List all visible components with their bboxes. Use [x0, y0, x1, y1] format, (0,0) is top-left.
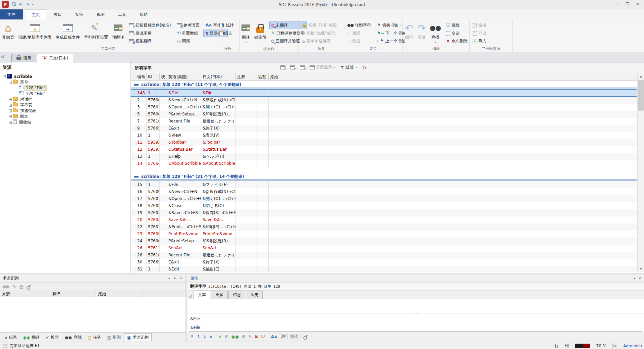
move-up-icon[interactable]: ↑	[197, 334, 200, 339]
concordance-icon[interactable]: ◉◉	[231, 334, 239, 339]
reference-language-button[interactable]: ▥ 参考语言	[175, 22, 201, 29]
table-row[interactable]: 2257607&Print...→Ctrl+P&印刷(P)...→Ctrl+P	[131, 223, 637, 231]
col-match[interactable]: 匹配	[257, 73, 269, 80]
props-close-icon[interactable]: ✕	[639, 277, 641, 280]
table-row[interactable]: 357601&Open...→Ctrl+O&開く(O)...→Ctrl+O	[131, 104, 637, 111]
target-text-editor[interactable]: &File	[189, 324, 642, 332]
term-settings-wrench-icon[interactable]	[27, 285, 31, 289]
edit-string-button[interactable]: ✎	[280, 65, 285, 69]
tree-item[interactable]: 128 "File"	[1, 85, 130, 91]
table-row[interactable]: 2357609Print·Pre&viewPrint·Pre&view	[131, 231, 637, 238]
tab-tools[interactable]: 工具	[111, 9, 133, 19]
term-col-original[interactable]: 原始	[96, 291, 143, 297]
bottom-tab-信息[interactable]: ◀信息	[1, 334, 19, 341]
col-original[interactable]: 原始	[269, 73, 375, 80]
confirm-translation-icon[interactable]: ✔	[219, 334, 222, 339]
tree-item[interactable]: -scribble	[1, 74, 130, 79]
table-row[interactable]: 1657600&New→Ctrl+N&新規作成(N)→Ctrl+N	[131, 188, 637, 195]
tab-japanese-stringlist[interactable]: 日文(日本)	[37, 54, 73, 62]
term-col-source[interactable]: 来源	[0, 291, 50, 297]
back-button[interactable]: ← 后退	[345, 30, 373, 37]
tab-view[interactable]: 视图	[90, 9, 111, 19]
table-row[interactable]: 1159392&Toolbar&Toolbar	[131, 139, 637, 146]
table-row[interactable]: 101&View&表示(V)	[131, 132, 637, 139]
open-dialog-icon[interactable]: ⊞	[225, 334, 229, 339]
tab-project-view[interactable]: 项目	[11, 54, 36, 62]
table-row[interactable]: 1957603&Save→Ctrl+S&保存(S)→Ctrl+S	[131, 209, 637, 216]
group-header[interactable]: scribble: 菜单 128 "File" (11 个字串, 4 个要翻译)	[131, 81, 637, 89]
toggle-hidden-button[interactable]: ◉ 切换“隐藏”标记	[300, 30, 338, 37]
lock-segment-button[interactable]: 锁定段	[252, 20, 268, 46]
tree-item[interactable]: +版本	[1, 114, 130, 119]
table-row[interactable]: 311&Edit&編集(E)	[131, 266, 637, 272]
tab-home[interactable]: 主页	[25, 9, 47, 19]
forward-button[interactable]: → 前进	[345, 38, 373, 45]
tree-expander-icon[interactable]: -	[9, 81, 12, 84]
pin-icon[interactable]: 🖈	[173, 277, 177, 280]
bottom-tab-翻译[interactable]: ◉◉翻译	[20, 334, 42, 341]
start-page-button[interactable]: ⌂ 开始页	[0, 20, 16, 46]
tab-help[interactable]: 帮助	[133, 9, 154, 19]
filter-button[interactable]: 过滤▾	[340, 64, 357, 70]
goto-string-button[interactable]: ●● 转到字串	[345, 22, 373, 29]
table-row[interactable]: 757616Recent·File最近使ったファイル	[131, 118, 637, 125]
tree-expander-icon[interactable]: -	[3, 75, 6, 78]
toggle-bookmark-button[interactable]: ⚑ 切换书签▾	[375, 22, 407, 29]
tree-item[interactable]: 129 "File"	[1, 91, 130, 96]
table-row[interactable]: 1857602&Close&閉じる(C)	[131, 202, 637, 209]
rollback-button[interactable]: ◷ 回滚	[175, 38, 201, 45]
table-row[interactable]: 131&Help&ヘルプ(H)	[131, 153, 637, 160]
clear-filter-button[interactable]: ✗	[362, 65, 366, 69]
tree-item[interactable]: -菜单	[1, 80, 130, 85]
machine-translate-icon[interactable]: ⚙	[241, 334, 246, 339]
close-button[interactable]: ✕	[633, 0, 643, 8]
table-row[interactable]: 2457606P&rint·Setup...印&刷設定(R)...	[131, 238, 637, 245]
table-row[interactable]: 1481&File&File	[131, 89, 637, 97]
term-search-icon[interactable]: ●●	[3, 285, 9, 289]
tab-review[interactable]: 复审	[68, 9, 90, 19]
lrm-mark-button[interactable]: LRM	[280, 335, 287, 339]
vertical-scrollbar[interactable]: ▲ ▼	[637, 73, 644, 272]
tab-text[interactable]: 文本	[194, 291, 210, 299]
scrollbar-thumb[interactable]	[638, 80, 644, 111]
props-tab-scroll-icon[interactable]: ◁	[189, 294, 192, 299]
tree-item[interactable]: +字串表	[1, 102, 130, 108]
col-japanese[interactable]: 日文(日本)	[201, 73, 236, 80]
term-wand-icon[interactable]: ✎	[12, 284, 16, 289]
col-state[interactable]: 状..	[160, 73, 167, 80]
tab-file[interactable]: 文件	[0, 9, 23, 19]
table-row[interactable]: 2057604Save·&As...Save·&As...	[131, 216, 637, 223]
move-first-icon[interactable]: ↟	[190, 334, 194, 339]
col-comment[interactable]: 注释	[236, 73, 257, 80]
wand-icon[interactable]: ✎	[248, 334, 252, 339]
undo-button[interactable]: ↶ 撤消	[403, 20, 415, 46]
scroll-down-icon[interactable]: ▼	[638, 266, 644, 272]
toggle-readonly-button[interactable]: 🔒 切换“只读”标记	[300, 22, 338, 29]
tab-info[interactable]: 信息	[228, 291, 245, 299]
reset-data-button[interactable]: ⟲ 重置数据	[175, 30, 201, 37]
next-string-button[interactable]: →	[300, 65, 305, 69]
table-row[interactable]: 957665E&xit&終了(X)	[131, 125, 637, 132]
select-all-button[interactable]: 全选	[444, 30, 469, 37]
move-down-icon[interactable]: ↓	[203, 334, 207, 339]
editor-settings-wrench-icon[interactable]	[304, 335, 308, 339]
table-row[interactable]: 2657612Sen&d...Sen&d...	[131, 245, 637, 252]
maximize-button[interactable]: ❐	[623, 0, 633, 8]
rlm-mark-button[interactable]: RLM	[290, 335, 298, 339]
char-format-icon[interactable]: AA	[271, 334, 277, 339]
panel-menu-icon[interactable]: ▾	[168, 277, 170, 280]
table-row[interactable]: 1757601&Open...→Ctrl+O&開く(O)...→Ctrl+O	[131, 195, 637, 202]
resource-reuse-button[interactable]: ⟳ 资源重用	[127, 30, 172, 37]
table-row[interactable]: 257600&New→Ctrl+N&新規作成(N)→Ctrl+N	[131, 97, 637, 104]
editor-splitter[interactable]: ····	[187, 313, 644, 315]
find-button[interactable]: ●● 查找▾	[428, 20, 443, 46]
col-number[interactable]: 编号	[136, 73, 147, 80]
term-col-translation[interactable]: 翻译	[50, 291, 96, 297]
term-list-icon[interactable]: ▤	[19, 284, 23, 289]
bottom-tab-查找[interactable]: ●●查找	[62, 334, 84, 341]
move-last-icon[interactable]: ↡	[209, 334, 213, 339]
next-bookmark-button[interactable]: ⚑→ 下一个书签	[375, 30, 407, 37]
binary-edit-button[interactable]: 10 编辑	[471, 22, 488, 29]
prev-bookmark-button[interactable]: ←⚑ 上一个书签	[375, 38, 407, 45]
minimize-button[interactable]: —	[612, 0, 623, 8]
